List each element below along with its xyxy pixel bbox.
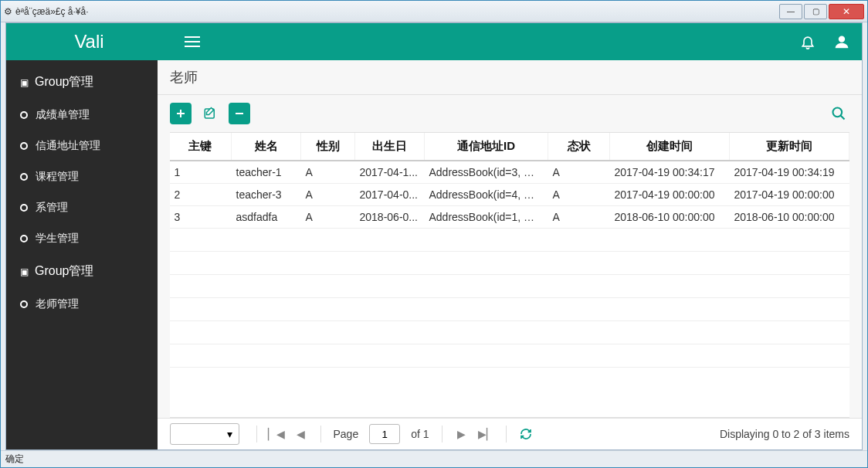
pagination-info: Displaying 0 to 2 of 3 items bbox=[720, 428, 849, 440]
search-button[interactable] bbox=[828, 103, 849, 124]
table-row[interactable]: 3asdfadfaA2018-06-0...AddressBook(id=1, … bbox=[170, 206, 849, 229]
cell-addr: AddressBook(id=1, mo... bbox=[425, 206, 548, 229]
cell-status: A bbox=[548, 184, 610, 206]
svg-rect-2 bbox=[185, 46, 200, 47]
sidebar-item-student[interactable]: 学生管理 bbox=[6, 223, 158, 254]
sidebar-item-course[interactable]: 课程管理 bbox=[6, 161, 158, 192]
data-grid[interactable]: 主键 姓名 性别 出生日 通信地址ID 态状 创建时间 更新时间 1teache… bbox=[170, 132, 850, 418]
status-text: 确定 bbox=[5, 453, 24, 464]
cell-updated: 2017-04-19 00:34:19 bbox=[730, 161, 849, 184]
cell-gender: A bbox=[301, 184, 355, 206]
sidebar-item-label: 学生管理 bbox=[36, 232, 79, 246]
page-label: Page bbox=[334, 428, 359, 440]
minimize-button[interactable]: — bbox=[779, 4, 802, 19]
hamburger-icon[interactable] bbox=[185, 36, 200, 47]
table-row-empty bbox=[170, 298, 849, 321]
toolbar bbox=[158, 95, 863, 132]
separator bbox=[320, 426, 321, 443]
os-window: ⚙ èªå¨çæä»£ç å·¥å· — ▢ ✕ Vali bbox=[0, 0, 868, 468]
cell-created: 2018-06-10 00:00:00 bbox=[610, 206, 730, 229]
cell-id: 2 bbox=[170, 184, 232, 206]
sidebar-item-address[interactable]: 信通地址管理 bbox=[6, 131, 158, 161]
cell-status: A bbox=[548, 206, 610, 229]
svg-rect-7 bbox=[236, 113, 243, 114]
first-page-button[interactable]: ▏◀ bbox=[266, 424, 287, 444]
brand-logo[interactable]: Vali bbox=[6, 23, 172, 60]
cell-gender: A bbox=[301, 206, 355, 229]
remove-button[interactable] bbox=[229, 103, 250, 124]
page-input[interactable] bbox=[369, 424, 400, 444]
body: ▣ Group管理 成绩单管理 信通地址管理 课程管理 系管理 学生管理 ▣ G… bbox=[6, 60, 862, 449]
svg-rect-5 bbox=[177, 113, 185, 114]
col-id[interactable]: 主键 bbox=[170, 133, 232, 161]
user-icon[interactable] bbox=[834, 34, 849, 49]
cell-updated: 2018-06-10 00:00:00 bbox=[730, 206, 849, 229]
pagination: ▾ ▏◀ ◀ Page of 1 ▶ ▶▏ Display bbox=[158, 418, 863, 449]
cell-addr: AddressBook(id=3, mo... bbox=[425, 161, 548, 184]
page-title: 老师 bbox=[158, 60, 863, 95]
cell-birth: 2017-04-0... bbox=[355, 184, 425, 206]
svg-line-9 bbox=[841, 116, 845, 120]
sidebar-section-group-1[interactable]: ▣ Group管理 bbox=[6, 65, 158, 100]
table-row[interactable]: 2teacher-3A2017-04-0...AddressBook(id=4,… bbox=[170, 184, 849, 206]
last-page-button[interactable]: ▶▏ bbox=[476, 424, 497, 444]
grid-icon: ▣ bbox=[20, 266, 29, 277]
edit-button[interactable] bbox=[199, 103, 221, 124]
cell-updated: 2017-04-19 00:00:00 bbox=[730, 184, 849, 206]
sidebar-item-label: 信通地址管理 bbox=[36, 139, 100, 153]
sidebar-section-label: Group管理 bbox=[35, 74, 93, 90]
sidebar-item-label: 课程管理 bbox=[36, 170, 79, 184]
table-row[interactable]: 1teacher-1A2017-04-1...AddressBook(id=3,… bbox=[170, 161, 849, 184]
sidebar-section-group-2[interactable]: ▣ Group管理 bbox=[6, 254, 158, 289]
table-row-empty bbox=[170, 321, 849, 344]
cell-id: 1 bbox=[170, 161, 232, 184]
col-updated[interactable]: 更新时间 bbox=[730, 133, 849, 161]
cell-status: A bbox=[548, 161, 610, 184]
col-addr[interactable]: 通信地址ID bbox=[425, 133, 548, 161]
separator bbox=[256, 426, 257, 443]
bullet-icon bbox=[20, 111, 28, 119]
separator bbox=[506, 426, 507, 443]
gear-icon: ⚙ bbox=[4, 6, 12, 17]
prev-page-button[interactable]: ◀ bbox=[291, 424, 311, 444]
cell-created: 2017-04-19 00:34:17 bbox=[610, 161, 730, 184]
col-status[interactable]: 态状 bbox=[548, 133, 610, 161]
cell-name: asdfadfa bbox=[232, 206, 301, 229]
refresh-button[interactable] bbox=[516, 424, 536, 444]
svg-rect-0 bbox=[185, 36, 200, 38]
sidebar-item-label: 系管理 bbox=[36, 201, 68, 215]
navbar bbox=[172, 23, 862, 60]
bullet-icon bbox=[20, 173, 28, 181]
col-created[interactable]: 创建时间 bbox=[610, 133, 730, 161]
bullet-icon bbox=[20, 300, 28, 308]
sidebar-item-label: 老师管理 bbox=[36, 297, 79, 311]
cell-id: 3 bbox=[170, 206, 232, 229]
cell-name: teacher-1 bbox=[232, 161, 301, 184]
sidebar-section-label: Group管理 bbox=[35, 263, 93, 280]
maximize-button[interactable]: ▢ bbox=[804, 4, 827, 19]
close-button[interactable]: ✕ bbox=[829, 4, 864, 19]
table-row-empty bbox=[170, 252, 849, 275]
col-birth[interactable]: 出生日 bbox=[355, 133, 425, 161]
col-name[interactable]: 姓名 bbox=[232, 133, 301, 161]
table-row-empty bbox=[170, 275, 849, 298]
sidebar-item-teacher[interactable]: 老师管理 bbox=[6, 289, 158, 320]
bell-icon[interactable] bbox=[800, 34, 815, 49]
table-row-empty bbox=[170, 344, 849, 368]
main-content: 老师 bbox=[158, 60, 863, 449]
page-size-select[interactable]: ▾ bbox=[170, 423, 239, 445]
sidebar-item-grades[interactable]: 成绩单管理 bbox=[6, 100, 158, 131]
app-pane: Vali ▣ Group管理 成绩单管 bbox=[5, 22, 863, 450]
page-total: of 1 bbox=[411, 428, 429, 440]
next-page-button[interactable]: ▶ bbox=[452, 424, 472, 444]
sidebar: ▣ Group管理 成绩单管理 信通地址管理 课程管理 系管理 学生管理 ▣ G… bbox=[6, 60, 158, 449]
cell-addr: AddressBook(id=4, mo... bbox=[425, 184, 548, 206]
cell-birth: 2017-04-1... bbox=[355, 161, 425, 184]
svg-rect-1 bbox=[185, 41, 200, 42]
sidebar-item-department[interactable]: 系管理 bbox=[6, 192, 158, 223]
table-header-row: 主键 姓名 性别 出生日 通信地址ID 态状 创建时间 更新时间 bbox=[170, 133, 849, 161]
add-button[interactable] bbox=[170, 103, 192, 124]
grid-icon: ▣ bbox=[20, 77, 29, 88]
window-title: èªå¨çæä»£ç å·¥å· bbox=[15, 6, 89, 17]
col-gender[interactable]: 性别 bbox=[301, 133, 355, 161]
